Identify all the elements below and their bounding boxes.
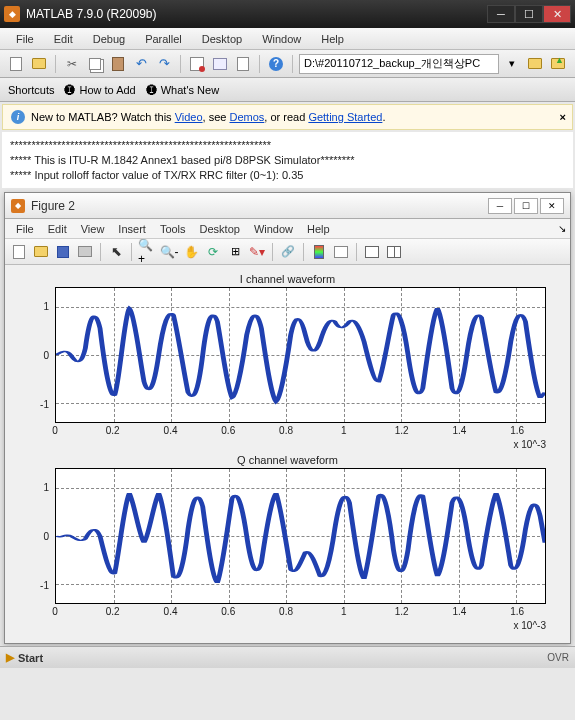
axes-q[interactable]: 1 0 -1 — [55, 468, 546, 604]
matlab-main-window: ◆ MATLAB 7.9.0 (R2009b) ─ ☐ ✕ File Edit … — [0, 0, 575, 720]
subplot-title: I channel waveform — [19, 273, 556, 285]
fig-print-button[interactable] — [75, 242, 95, 262]
info-icon: 🅘 — [64, 84, 75, 96]
main-title: MATLAB 7.9.0 (R2009b) — [26, 7, 487, 21]
show-plot-tools-button[interactable] — [384, 242, 404, 262]
fig-menu-edit[interactable]: Edit — [41, 221, 74, 237]
start-button[interactable]: ▶ Start — [6, 651, 43, 664]
menu-help[interactable]: Help — [311, 31, 354, 47]
figure-toolbar: ⬉ 🔍+ 🔍- ✋ ⟳ ⊞ ✎▾ 🔗 — [5, 239, 570, 265]
x-exponent: x 10^-3 — [19, 620, 546, 631]
guide-button[interactable] — [210, 54, 230, 74]
menu-edit[interactable]: Edit — [44, 31, 83, 47]
shortcuts-bar: Shortcuts 🅘How to Add 🅘What's New — [0, 78, 575, 102]
open-file-button[interactable] — [29, 54, 49, 74]
undo-button[interactable]: ↶ — [131, 54, 151, 74]
fig-menu-window[interactable]: Window — [247, 221, 300, 237]
zoom-out-button[interactable]: 🔍- — [159, 242, 179, 262]
figure-close-button[interactable]: ✕ — [540, 198, 564, 214]
cmd-line: ***** This is ITU-R M.1842 Annex1 based … — [10, 153, 565, 168]
subplot-title: Q channel waveform — [19, 454, 556, 466]
main-toolbar: ✂ ↶ ↷ ? ▾ ▲ — [0, 50, 575, 78]
fig-menu-help[interactable]: Help — [300, 221, 337, 237]
toolbar-separator — [292, 55, 293, 73]
hide-plot-tools-button[interactable] — [362, 242, 382, 262]
xtick-row: 0 0.2 0.4 0.6 0.8 1 1.2 1.4 1.6 — [55, 604, 546, 618]
redo-button[interactable]: ↷ — [154, 54, 174, 74]
insert-legend-button[interactable] — [331, 242, 351, 262]
edit-plot-button[interactable]: ⬉ — [106, 242, 126, 262]
ytick-label: -1 — [25, 579, 55, 590]
profiler-button[interactable] — [233, 54, 253, 74]
info-icon: i — [11, 110, 25, 124]
menu-parallel[interactable]: Parallel — [135, 31, 192, 47]
command-window[interactable]: ****************************************… — [2, 132, 573, 188]
fig-open-button[interactable] — [31, 242, 51, 262]
main-menubar: File Edit Debug Parallel Desktop Window … — [0, 28, 575, 50]
ytick-label: 0 — [25, 531, 55, 542]
minimize-button[interactable]: ─ — [487, 5, 515, 23]
figure-minimize-button[interactable]: ─ — [488, 198, 512, 214]
dock-control-icon[interactable]: ↘ — [558, 223, 566, 234]
demos-link[interactable]: Demos — [230, 111, 265, 123]
menu-debug[interactable]: Debug — [83, 31, 135, 47]
menu-file[interactable]: File — [6, 31, 44, 47]
status-bar: ▶ Start OVR — [0, 646, 575, 668]
fig-menu-tools[interactable]: Tools — [153, 221, 193, 237]
fig-menu-desktop[interactable]: Desktop — [193, 221, 247, 237]
insert-colorbar-button[interactable] — [309, 242, 329, 262]
menu-window[interactable]: Window — [252, 31, 311, 47]
whats-new-shortcut[interactable]: 🅘What's New — [146, 84, 219, 96]
figure-maximize-button[interactable]: ☐ — [514, 198, 538, 214]
fig-save-button[interactable] — [53, 242, 73, 262]
path-dropdown-button[interactable]: ▾ — [502, 54, 522, 74]
close-button[interactable]: ✕ — [543, 5, 571, 23]
figure-window: ◆ Figure 2 ─ ☐ ✕ File Edit View Insert T… — [4, 192, 571, 644]
getting-started-link[interactable]: Getting Started — [308, 111, 382, 123]
video-link[interactable]: Video — [175, 111, 203, 123]
welcome-banner: i New to MATLAB? Watch this Video, see D… — [2, 104, 573, 130]
main-titlebar: ◆ MATLAB 7.9.0 (R2009b) ─ ☐ ✕ — [0, 0, 575, 28]
fig-menu-insert[interactable]: Insert — [111, 221, 153, 237]
brush-button[interactable]: ✎▾ — [247, 242, 267, 262]
banner-text: New to MATLAB? Watch this Video, see Dem… — [31, 111, 385, 123]
menu-desktop[interactable]: Desktop — [192, 31, 252, 47]
simulink-button[interactable] — [187, 54, 207, 74]
ovr-indicator: OVR — [547, 652, 569, 663]
maximize-button[interactable]: ☐ — [515, 5, 543, 23]
how-to-add-shortcut[interactable]: 🅘How to Add — [64, 84, 135, 96]
subplot-i-channel: I channel waveform 1 0 -1 — [19, 273, 556, 450]
ytick-label: 1 — [25, 482, 55, 493]
fig-menu-view[interactable]: View — [74, 221, 112, 237]
x-exponent: x 10^-3 — [19, 439, 546, 450]
axes-i[interactable]: 1 0 -1 — [55, 287, 546, 423]
up-folder-button[interactable]: ▲ — [548, 54, 568, 74]
fig-menu-file[interactable]: File — [9, 221, 41, 237]
shortcuts-label: Shortcuts — [8, 84, 54, 96]
paste-button[interactable] — [108, 54, 128, 74]
cut-button[interactable]: ✂ — [62, 54, 82, 74]
current-folder-field[interactable] — [299, 54, 499, 74]
axes-box — [55, 287, 546, 423]
zoom-in-button[interactable]: 🔍+ — [137, 242, 157, 262]
fig-new-button[interactable] — [9, 242, 29, 262]
cmd-line: ***** Input rolloff factor value of TX/R… — [10, 168, 565, 183]
help-button[interactable]: ? — [266, 54, 286, 74]
copy-button[interactable] — [85, 54, 105, 74]
new-file-button[interactable] — [6, 54, 26, 74]
matlab-logo-icon: ◆ — [4, 6, 20, 22]
info-icon: 🅘 — [146, 84, 157, 96]
ytick-label: -1 — [25, 398, 55, 409]
plot-area: I channel waveform 1 0 -1 — [5, 265, 570, 643]
axes-box — [55, 468, 546, 604]
xtick-row: 0 0.2 0.4 0.6 0.8 1 1.2 1.4 1.6 — [55, 423, 546, 437]
data-cursor-button[interactable]: ⊞ — [225, 242, 245, 262]
start-arrow-icon: ▶ — [6, 651, 14, 664]
figure-menubar: File Edit View Insert Tools Desktop Wind… — [5, 219, 570, 239]
rotate-3d-button[interactable]: ⟳ — [203, 242, 223, 262]
browse-folder-button[interactable] — [525, 54, 545, 74]
link-plot-button[interactable]: 🔗 — [278, 242, 298, 262]
banner-close-button[interactable]: × — [560, 111, 566, 123]
figure-icon: ◆ — [11, 199, 25, 213]
pan-button[interactable]: ✋ — [181, 242, 201, 262]
